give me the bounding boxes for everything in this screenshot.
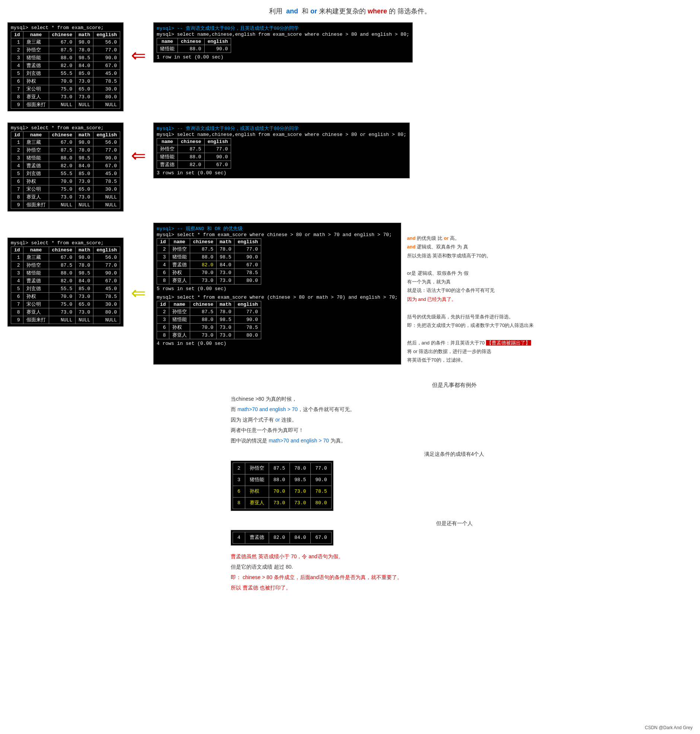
- bottom-line2: 而 math>70 and english > 70，这个条件就可有可无。: [231, 404, 678, 414]
- title-where-kw: where: [368, 7, 387, 15]
- section2-result-table: namechineseenglish 孙悟空87.577.0 猪悟能88.090…: [157, 138, 231, 169]
- table-row: 6孙权70.073.078.5: [11, 77, 120, 85]
- section3-left-cmd: mysql> select * from exam_score;: [11, 240, 120, 246]
- table-row: 2孙悟空87.578.077.0: [11, 146, 120, 154]
- priority-block-1: mysql> -- 观察AND 和 OR 的优先级 mysql> select …: [153, 223, 401, 365]
- table-row: 2孙悟空87.578.077.0: [157, 245, 261, 253]
- ann5: 有一个为真，就为真: [407, 277, 534, 286]
- bottom-line4: 两者中任意一个条件为真即可！: [231, 425, 678, 435]
- table-row: 2孙悟空87.578.077.0: [11, 46, 120, 54]
- table-row: 2 孙悟空 87.5 78.0 77.0: [233, 463, 332, 474]
- table-row: 4曹孟德82.084.067.0: [11, 277, 120, 285]
- bottom-one-person-table: 4 曹孟德 82.0 84.0 67.0: [232, 532, 332, 544]
- table-row: 3猪悟能88.098.590.0: [157, 316, 261, 324]
- table-row: 3猪悟能88.098.590.0: [157, 253, 261, 261]
- table-row: 2孙悟空87.578.077.0: [157, 308, 261, 316]
- table-row: 8 赛亚人 73.0 73.0 80.0: [233, 497, 332, 509]
- bottom-explain1: 曹孟德虽然 英语成绩小于 70，令 and语句为假。: [231, 551, 678, 562]
- bottom-but-title: 但是凡事都有例外: [231, 379, 678, 391]
- priority-rowcount1: 5 rows in set (0.00 sec): [157, 286, 398, 292]
- table-row: 5刘玄德55.585.045.0: [11, 70, 120, 77]
- priority-rowcount2: 4 rows in set (0.00 sec): [157, 341, 398, 346]
- bottom-line3: 因为 这两个式子有 or 连接。: [231, 414, 678, 425]
- priority-result-table1: idnamechinesemathenglish 2孙悟空87.578.077.…: [157, 238, 261, 284]
- section2-left-data-table: idnamechinesemathenglish 1唐三藏67.098.056.…: [11, 131, 120, 209]
- ann1: and 的优先级 比 or 高。: [407, 234, 534, 242]
- section2-left-cmd: mysql> select * from exam_score;: [11, 125, 120, 131]
- section2-rowcount: 3 rows in set (0.00 sec): [157, 170, 406, 176]
- section2-cmd: mysql> select name,chinese,english from …: [157, 132, 406, 137]
- table-row: 6孙权70.073.078.5: [11, 178, 120, 186]
- section1-cmd: mysql> select name,chinese,english from …: [157, 32, 409, 37]
- section1-left-data-table: idnamechinesemathenglish 1唐三藏67.098.056.…: [11, 31, 120, 109]
- table-row: 7宋公明75.065.030.0: [11, 301, 120, 308]
- ann12: 将英语低于70的，过滤掉。: [407, 356, 534, 364]
- table-row: 猪悟能88.090.0: [157, 45, 231, 53]
- table-row: 3猪悟能88.098.590.0: [11, 154, 120, 162]
- bottom-sub-title: 满足这条件的成绩有4个人: [231, 449, 678, 459]
- bottom-table-wrap: 2 孙悟空 87.5 78.0 77.0 3 猪悟能 88.0 98.5 90.…: [231, 461, 334, 511]
- table-row: 9假面来打NULLNULLNULL: [11, 201, 120, 209]
- table-row: 4 曹孟德 82.0 84.0 67.0: [233, 532, 332, 543]
- bottom-line5: 图中说的情况是 math>70 and english > 70 为真。: [231, 435, 678, 446]
- bottom-explain4: 所以 曹孟德 也被打印了。: [231, 582, 678, 593]
- ann9: 即：先把语文成绩大于80的，或者数学大于70的人筛选出来: [407, 321, 534, 330]
- section1-left-table: mysql> select * from exam_score; idnamec…: [7, 22, 124, 111]
- table-row: 曹孟德82.067.0: [157, 161, 231, 169]
- section1-left-cmd: mysql> select * from exam_score;: [11, 25, 120, 31]
- table-row: 孙悟空87.577.0: [157, 145, 231, 153]
- table-row: 8赛亚人73.073.080.0: [11, 308, 120, 316]
- priority-comment1: mysql> -- 观察AND 和 OR 的优先级: [157, 225, 398, 232]
- page-title: 利用 and 和 or 来构建更复杂的 where 的 筛选条件。: [7, 4, 693, 22]
- section1-result-table: namechineseenglish 猪悟能88.090.0: [157, 38, 231, 53]
- priority-cmd2: mysql> select * from exam_score where (c…: [157, 295, 398, 300]
- table-row: 8赛亚人73.073.080.0: [157, 277, 261, 284]
- bottom-one-person-table-wrap: 4 曹孟德 82.0 84.0 67.0: [231, 530, 334, 545]
- section1-right-block: mysql> -- 查询语文成绩大于80分，且英语成绩大于80分的同学 mysq…: [153, 22, 413, 63]
- section2-comment: mysql> -- 查询语文成绩大于80分，或英语成绩大于80分的同学: [157, 125, 406, 132]
- table-row: 6孙权70.073.078.5: [157, 324, 261, 332]
- table-row: 7宋公明75.065.030.0: [11, 186, 120, 193]
- bottom-explain3: 即： chinese > 80 条件成立，后面and语句的条件是否为真，就不重要…: [231, 572, 678, 582]
- table-row: 猪悟能88.090.0: [157, 153, 231, 161]
- table-row: 6 孙权 70.0 73.0 78.5: [233, 486, 332, 497]
- section3-left-data-table: idnamechinesemathenglish 1唐三藏67.098.056.…: [11, 246, 120, 324]
- bottom-line1: 当chinese >80 为真的时候，: [231, 394, 678, 404]
- table-row: 7宋公明75.065.030.0: [11, 85, 120, 93]
- table-row: 6孙权70.073.078.5: [157, 269, 261, 277]
- table-row: 3 猪悟能 88.0 98.5 90.0: [233, 474, 332, 486]
- table-row: 1唐三藏67.098.056.0: [11, 38, 120, 46]
- bottom-explain2: 但是它的语文成绩 超过 80.: [231, 562, 678, 572]
- section2-right-block: mysql> -- 查询语文成绩大于80分，或英语成绩大于80分的同学 mysq…: [153, 122, 410, 178]
- ann6: 就是说：语法大于80的这个条件可有可无: [407, 286, 534, 295]
- table-row: 5刘玄德55.585.045.0: [11, 285, 120, 293]
- table-row: 8赛亚人73.073.0NULL: [11, 193, 120, 201]
- table-row: 6孙权70.073.078.5: [11, 293, 120, 301]
- ann7: 因为 and 已经为真了。: [407, 295, 534, 304]
- table-row: 3猪悟能88.098.590.0: [11, 269, 120, 277]
- table-row: 5刘玄德55.585.045.0: [11, 170, 120, 178]
- ann11: 将 or 筛选出的数据，进行进一步的筛选: [407, 347, 534, 356]
- table-row: 4曹孟德82.084.067.0: [157, 261, 261, 269]
- priority-result-table2: idnamechinesemathenglish 2孙悟空87.578.077.…: [157, 301, 261, 339]
- table-row: 4曹孟德82.084.067.0: [11, 162, 120, 170]
- ann10: 然后，and 的条件：并且英语大于70 【曹孟德被踢出了】: [407, 339, 534, 347]
- table-row: 8赛亚人73.073.080.0: [11, 93, 120, 101]
- section2-left-table: mysql> select * from exam_score; idnamec…: [7, 122, 124, 212]
- section3-right-block: mysql> -- 观察AND 和 OR 的优先级 mysql> select …: [153, 223, 534, 365]
- section1-rowcount: 1 row in set (0.00 sec): [157, 55, 409, 60]
- bottom-but-one-title: 但是还有一个人: [231, 518, 678, 528]
- bottom-section: 但是凡事都有例外 当chinese >80 为真的时候， 而 math>70 a…: [7, 376, 693, 597]
- table-row: 3猪悟能88.098.590.0: [11, 54, 120, 62]
- section3: mysql> select * from exam_score; idnamec…: [7, 223, 693, 365]
- section2: mysql> select * from exam_score; idnamec…: [7, 122, 693, 212]
- arrow-left-2: ⇐: [131, 122, 146, 166]
- title-or-kw: or: [310, 7, 317, 15]
- title-and-kw: and: [286, 7, 298, 15]
- ann8: 括号的优先级最高，先执行括号里条件进行筛选。: [407, 312, 534, 321]
- priority-annotations: and 的优先级 比 or 高。 and 逻辑或、双真条件 为 真 所以先筛选 …: [407, 223, 534, 365]
- ann3: 所以先筛选 英语和数学成绩高于70的。: [407, 251, 534, 260]
- ann4: or是 逻辑或、双假条件 为 假: [407, 269, 534, 277]
- table-row: 1唐三藏67.098.056.0: [11, 139, 120, 146]
- table-row: 9假面来打NULLNULLNULL: [11, 316, 120, 324]
